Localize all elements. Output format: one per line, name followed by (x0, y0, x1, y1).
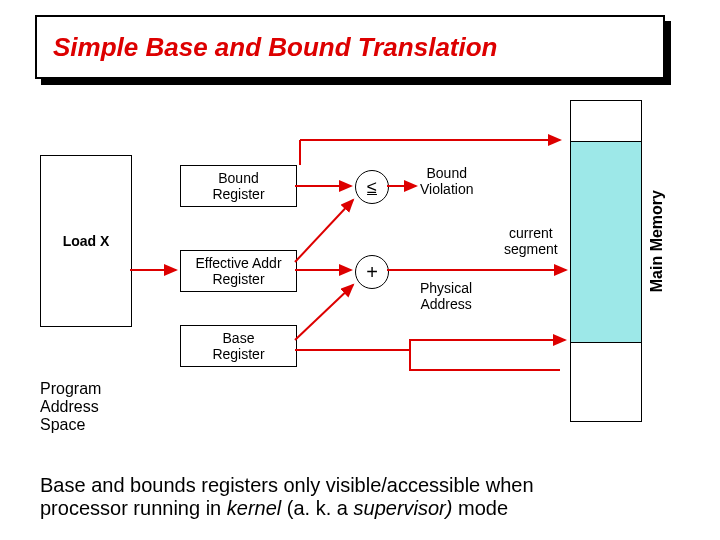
bound-register-label: Bound Register (212, 170, 264, 202)
kernel-word: kernel (227, 497, 281, 519)
pas1: Program (40, 380, 101, 398)
main-memory-box (570, 100, 642, 422)
supervisor-word: supervisor) (354, 497, 453, 519)
caption-end: mode (452, 497, 508, 519)
base-register-box: Base Register (180, 325, 297, 367)
pas3: Space (40, 416, 85, 434)
effective-addr-box: Effective Addr Register (180, 250, 297, 292)
pas2: Address (40, 398, 99, 416)
title-box: Simple Base and Bound Translation (35, 15, 665, 79)
plus-symbol: + (366, 261, 378, 284)
caption-line1: Base and bounds registers only visible/a… (40, 474, 534, 496)
physical-address-label: Physical Address (420, 280, 472, 312)
caption: Base and bounds registers only visible/a… (40, 474, 680, 520)
load-x-box: Load X (40, 155, 132, 327)
caption-line2a: processor running in (40, 497, 227, 519)
caption-mid: (a. k. a (281, 497, 353, 519)
le-symbol: ≤ (367, 177, 377, 198)
svg-line-4 (295, 285, 353, 340)
base-register-label: Base Register (212, 330, 264, 362)
comparator-node: ≤ (355, 170, 389, 204)
current-segment-region (571, 141, 641, 343)
current-segment-label: current segment (504, 225, 558, 257)
effective-addr-label: Effective Addr Register (195, 255, 281, 287)
bound-register-box: Bound Register (180, 165, 297, 207)
load-x-label: Load X (63, 233, 110, 249)
bound-violation-label: Bound Violation (420, 165, 473, 197)
slide-title: Simple Base and Bound Translation (53, 32, 498, 63)
main-memory-label: Main Memory (648, 190, 666, 292)
adder-node: + (355, 255, 389, 289)
svg-line-2 (295, 200, 353, 262)
